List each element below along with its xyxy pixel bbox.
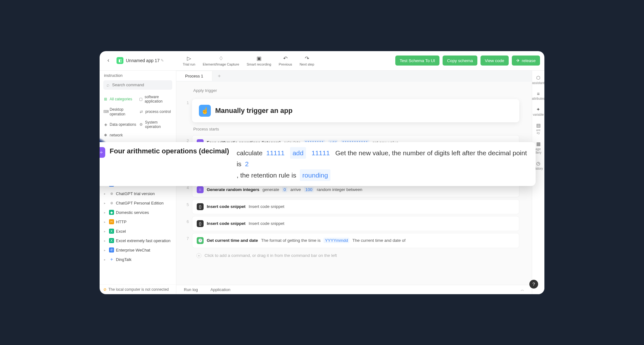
element-capture-button[interactable]: ♢Element/Image Capture xyxy=(203,55,239,66)
service-icon: ◆ xyxy=(109,210,114,215)
connection-icon: ⊘ xyxy=(103,287,106,292)
excel-icon: X xyxy=(109,238,114,243)
flow-icon: ⇄ xyxy=(139,109,143,114)
chatgpt-icon: ⊛ xyxy=(109,200,114,205)
tree-http[interactable]: ▸HHTTP xyxy=(102,217,174,226)
rail-variable[interactable]: ✦variable xyxy=(533,107,544,116)
code-icon: {} xyxy=(197,220,204,227)
target-icon: ♢ xyxy=(219,55,223,62)
trigger-card[interactable]: ☝ Manually trigger an app xyxy=(192,99,519,122)
popup-body: calculate 11111 add 11111 Get the new va… xyxy=(236,147,529,181)
search-icon: ⌕ xyxy=(106,82,110,88)
dingtalk-icon: ✈ xyxy=(109,257,114,262)
line-number: 1 xyxy=(183,97,192,105)
variable-icon: ✦ xyxy=(536,107,540,112)
previous-button[interactable]: ↶Previous xyxy=(279,55,292,66)
chatgpt-icon: ⊛ xyxy=(109,191,114,196)
tree-gpt-personal[interactable]: ▸⊛ChatGPT Personal Edition xyxy=(102,198,174,208)
search-input[interactable] xyxy=(112,82,169,87)
step-card-5[interactable]: {} Insert code snippet Insert code snipp… xyxy=(192,199,519,214)
layers-icon: ▤ xyxy=(536,123,541,128)
category-all[interactable]: ⊞All categories xyxy=(103,93,137,105)
step-card-6[interactable]: {} Insert code snippet Insert code snipp… xyxy=(192,216,519,231)
rail-assistant[interactable]: ⬡assistant xyxy=(532,75,544,85)
category-system[interactable]: ⚙System operation xyxy=(138,119,173,130)
trigger-title: Manually trigger an app xyxy=(215,107,293,115)
line-number: 7 xyxy=(183,233,192,241)
search-box[interactable]: ⌕ xyxy=(103,80,172,90)
copy-schema-button[interactable]: Copy schema xyxy=(443,56,477,66)
assistant-icon: ⬡ xyxy=(536,75,540,81)
category-process[interactable]: ⇄process control xyxy=(138,106,173,118)
history-icon: ◷ xyxy=(536,161,540,166)
tree-excel[interactable]: ▸XExcel xyxy=(102,226,174,236)
send-icon: ✈ xyxy=(516,58,520,63)
left-panel-title: instruction xyxy=(100,71,176,80)
wechat-icon: ✆ xyxy=(109,247,114,252)
http-icon: H xyxy=(109,219,114,224)
tab-process-1[interactable]: Process 1 xyxy=(176,71,212,81)
rail-element-library[interactable]: ▤entiry xyxy=(536,123,541,135)
tree-wechat[interactable]: ▸✆Enterprise WeChat xyxy=(102,245,174,255)
popup-title: Four arithmetic operations (decimal) xyxy=(110,147,229,155)
tree-domestic[interactable]: ▸◆Domestic services xyxy=(102,208,174,217)
line-number: 2 xyxy=(183,135,192,143)
app-logo-icon: ◧ xyxy=(117,57,123,64)
category-software[interactable]: ▢software application xyxy=(138,93,173,105)
step-card-7[interactable]: 🕐 Get current time and date The format o… xyxy=(192,233,519,248)
clock-icon: 🕐 xyxy=(197,237,204,244)
camera-icon: ▣ xyxy=(257,55,262,62)
tree-excel-fast[interactable]: ▸XExcel extremely fast operation xyxy=(102,236,174,245)
smart-recording-button[interactable]: ▣Smart recording xyxy=(247,55,271,66)
collapse-icon[interactable]: ︽ xyxy=(521,287,524,292)
test-schema-button[interactable]: Test Schema To UI xyxy=(395,56,439,66)
line-number: 5 xyxy=(183,199,192,207)
view-code-button[interactable]: View code xyxy=(480,56,509,66)
process-starts-label: Process starts xyxy=(192,125,219,133)
rail-attributes[interactable]: ≡attributes xyxy=(532,91,544,100)
database-icon: ◈ xyxy=(103,122,108,127)
category-data[interactable]: ◈Data operations xyxy=(103,119,137,130)
connection-status: ⊘ The local computer is not connected xyxy=(100,284,176,294)
add-command-row[interactable]: + Click to add a command, or drag it in … xyxy=(192,250,519,261)
math-decimal-icon: ±÷ xyxy=(100,147,105,158)
line-number: 6 xyxy=(183,216,192,224)
desktop-icon: ⌨ xyxy=(103,109,108,114)
tree-dingtalk[interactable]: ▸✈DingTalk xyxy=(102,255,174,264)
random-icon: ⁝⁝ xyxy=(197,186,204,193)
excel-icon: X xyxy=(109,229,114,234)
play-icon: ▷ xyxy=(187,55,191,62)
undo-icon: ↶ xyxy=(283,55,288,62)
release-button[interactable]: ✈release xyxy=(512,56,540,66)
add-tab-button[interactable]: ＋ xyxy=(212,71,226,82)
image-icon: ▦ xyxy=(536,141,541,147)
category-network[interactable]: ✱network xyxy=(103,132,137,139)
category-desktop[interactable]: ⌨Desktop operation xyxy=(103,106,137,118)
run-log-tab[interactable]: Run log xyxy=(184,287,198,292)
sliders-icon: ≡ xyxy=(537,91,540,96)
apply-trigger-label: Apply trigger xyxy=(192,86,217,95)
tree-gpt-trial[interactable]: ▸⊛ChatGPT trial version xyxy=(102,189,174,198)
application-tab[interactable]: Application xyxy=(210,287,231,292)
grid-icon: ⊞ xyxy=(103,97,108,101)
trial-run-button[interactable]: ▷Trial run xyxy=(183,55,195,66)
next-step-button[interactable]: ↷Next step xyxy=(300,55,314,66)
app-title: Unnamed app 17 xyxy=(126,58,159,63)
hand-tap-icon: ☝ xyxy=(199,105,211,117)
code-icon: {} xyxy=(197,203,204,210)
back-button[interactable] xyxy=(104,56,113,65)
help-button[interactable]: ? xyxy=(529,280,538,289)
plus-icon: + xyxy=(196,253,201,258)
redo-icon: ↷ xyxy=(305,55,309,62)
step-tooltip-popup: ±÷ Four arithmetic operations (decimal) … xyxy=(100,142,536,186)
gear-icon: ⚙ xyxy=(139,122,143,127)
network-icon: ✱ xyxy=(103,133,108,137)
top-bar: ◧ Unnamed app 17 ✎ ▷Trial run ♢Element/I… xyxy=(100,51,544,71)
monitor-icon: ▢ xyxy=(139,97,143,101)
edit-title-icon[interactable]: ✎ xyxy=(161,58,164,63)
